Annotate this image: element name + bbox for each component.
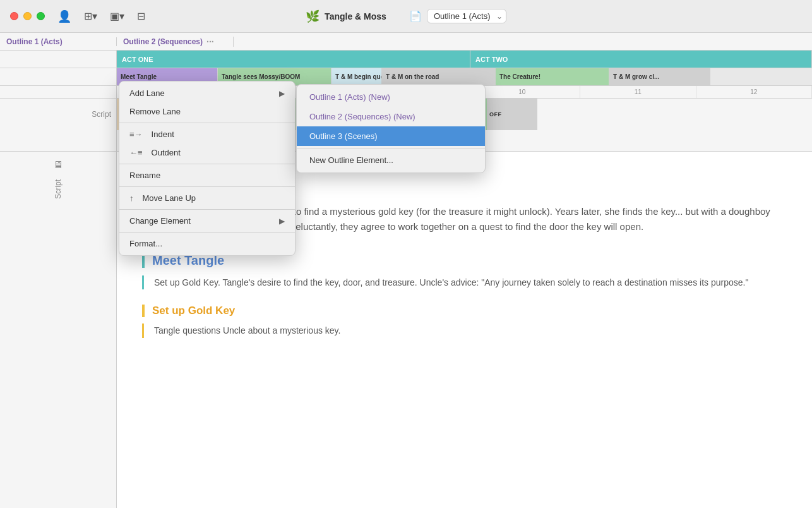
seq-creature: The Creature! (496, 68, 609, 85)
submenu-outline3[interactable]: Outline 3 (Scenes) (297, 126, 485, 146)
menu-divider-4 (119, 209, 295, 210)
indent-icon: ≡→ (129, 130, 143, 139)
menu-divider-3 (119, 186, 295, 187)
titlebar: 👤 ⊞▾ ▣▾ ⊟ 🌿 Tangle & Moss 📄 Outline 1 (A… (0, 0, 812, 33)
traffic-lights (10, 12, 45, 20)
outline-selector-wrap[interactable]: Outline 1 (Acts) (427, 9, 506, 23)
change-element-menu-item[interactable]: Change Element ▶ (119, 212, 295, 230)
submenu-outline2[interactable]: Outline 2 (Sequences) (New) (297, 107, 485, 126)
lanes-bar: Outline 1 (Acts) Outline 2 (Sequences) ·… (0, 33, 812, 51)
submenu-outline1[interactable]: Outline 1 (Acts) (New) (297, 87, 485, 107)
scene-description: Tangle questions Uncle about a mysteriou… (142, 324, 787, 337)
num-12: 12 (696, 86, 813, 98)
add-lane-menu-item[interactable]: Add Lane ▶ Outline 1 (Acts) (New) Outlin… (119, 84, 295, 102)
ellipsis-button[interactable]: ··· (206, 37, 214, 47)
document-icon: 📄 (409, 10, 422, 22)
script-label: Script (92, 110, 111, 119)
timeline-left-sidebar: Script (0, 51, 117, 151)
close-button[interactable] (10, 12, 18, 20)
script-sidebar-label: Script (54, 179, 63, 199)
outline1-label: Outline 1 (Acts) (0, 37, 117, 46)
num-11: 11 (580, 86, 696, 98)
submenu: Outline 1 (Acts) (New) Outline 2 (Sequen… (296, 84, 486, 173)
split-icon[interactable]: ⊟ (137, 10, 145, 22)
menu-divider-5 (119, 232, 295, 233)
seq-road: T & M on the road (382, 68, 496, 85)
app-icon: 🌿 (306, 9, 319, 23)
left-sidebar: 🖥 Script (0, 152, 117, 508)
maximize-button[interactable] (37, 12, 45, 20)
format-menu-item[interactable]: Format... (119, 234, 295, 253)
submenu-new-outline[interactable]: New Outline Element... (297, 150, 485, 170)
submenu-divider (297, 148, 485, 148)
move-lane-up-menu-item[interactable]: ↑ Move Lane Up (119, 189, 295, 207)
outline2-label: Outline 2 (Sequences) ··· (117, 37, 234, 47)
outdent-icon: ←≡ (129, 148, 143, 157)
panel-icon[interactable]: ▣▾ (110, 10, 124, 22)
monitor-icon[interactable]: 🖥 (53, 159, 63, 171)
context-menu: Add Lane ▶ Outline 1 (Acts) (New) Outlin… (119, 81, 296, 256)
act-two-block: ACT TWO (470, 51, 812, 68)
menu-divider-2 (119, 164, 295, 164)
change-element-arrow: ▶ (279, 217, 285, 226)
acts-row: ACT ONE ACT TWO (117, 51, 812, 68)
layout-icon[interactable]: ⊞▾ (84, 10, 97, 22)
seq-begin: T & M begin quest (331, 68, 382, 85)
remove-lane-menu-item[interactable]: Remove Lane (119, 102, 295, 121)
act-one-block: ACT ONE (117, 51, 470, 68)
outdent-menu-item[interactable]: ←≡ Outdent (119, 143, 295, 162)
scene-off: OFF (487, 99, 537, 130)
user-icon[interactable]: 👤 (57, 9, 71, 23)
sequence-description: Set up Gold Key. Tangle's desire to find… (142, 275, 787, 289)
indent-menu-item[interactable]: ≡→ Indent (119, 125, 295, 143)
outline-selector[interactable]: Outline 1 (Acts) (427, 9, 506, 23)
rename-menu-item[interactable]: Rename (119, 166, 295, 184)
move-up-icon: ↑ (129, 193, 134, 203)
app-title: Tangle & Moss (325, 11, 386, 21)
scene-heading: Set up Gold Key (142, 305, 787, 317)
add-lane-arrow: ▶ (279, 89, 285, 98)
titlebar-center: 🌿 Tangle & Moss 📄 Outline 1 (Acts) (306, 9, 506, 23)
seq-grow: T & M grow cl... (609, 68, 710, 85)
menu-divider-1 (119, 123, 295, 123)
minimize-button[interactable] (23, 12, 32, 20)
